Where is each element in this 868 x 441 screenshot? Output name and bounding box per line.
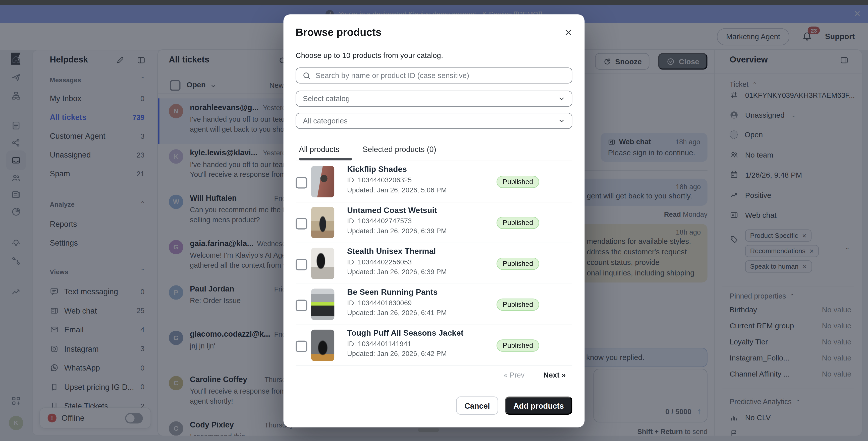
chevron-down-icon <box>558 95 565 102</box>
window-top-strip <box>0 0 868 5</box>
cancel-button[interactable]: Cancel <box>456 396 498 415</box>
product-checkbox[interactable] <box>296 341 307 352</box>
product-thumbnail <box>311 166 335 197</box>
product-checkbox[interactable] <box>296 218 307 229</box>
product-row[interactable]: Stealth Unisex Thermal ID: 1034440225605… <box>296 243 572 284</box>
add-products-button[interactable]: Add products <box>505 396 572 415</box>
published-badge: Published <box>497 339 539 351</box>
product-id: ID: 10344402747573 <box>347 217 412 225</box>
product-updated: Updated: Jan 26, 2026, 5:06 PM <box>347 186 447 194</box>
product-thumbnail <box>311 289 335 320</box>
product-row[interactable]: Tough Puff All Seasons Jacket ID: 103444… <box>296 325 572 366</box>
tab-all-products[interactable]: All products <box>299 145 339 154</box>
product-search-input[interactable] <box>314 68 569 82</box>
product-name: Stealth Unisex Thermal <box>347 246 436 256</box>
product-id: ID: 10344401830069 <box>347 299 412 307</box>
product-thumbnail <box>311 207 335 238</box>
product-updated: Updated: Jan 26, 2026, 6:39 PM <box>347 268 447 276</box>
product-name: Tough Puff All Seasons Jacket <box>347 328 464 337</box>
next-page-button[interactable]: Next » <box>543 371 566 379</box>
published-badge: Published <box>497 258 539 270</box>
modal-subtitle: Choose up to 10 products from your catal… <box>296 52 443 60</box>
category-select[interactable]: All categories <box>296 113 572 129</box>
published-badge: Published <box>497 176 539 188</box>
product-thumbnail <box>311 247 335 279</box>
product-thumbnail <box>311 330 335 361</box>
browse-products-modal: Browse products ✕ Choose up to 10 produc… <box>283 14 584 427</box>
chevron-down-icon <box>558 117 565 125</box>
product-id: ID: 10344402256053 <box>347 258 412 266</box>
product-updated: Updated: Jan 26, 2026, 6:41 PM <box>347 309 447 317</box>
published-badge: Published <box>497 299 539 311</box>
product-checkbox[interactable] <box>296 177 307 189</box>
product-row[interactable]: Untamed Coast Wetsuit ID: 10344402747573… <box>296 202 572 243</box>
search-icon <box>302 71 311 80</box>
catalog-select[interactable]: Select catalog <box>296 91 572 107</box>
product-name: Kickflip Shades <box>347 165 407 174</box>
window-drag-handle <box>418 428 439 432</box>
product-checkbox[interactable] <box>296 259 307 270</box>
product-id: ID: 10344401141941 <box>347 340 411 348</box>
product-updated: Updated: Jan 26, 2026, 6:42 PM <box>347 350 447 358</box>
published-badge: Published <box>497 217 539 229</box>
product-row[interactable]: Be Seen Running Pants ID: 10344401830069… <box>296 284 572 325</box>
product-search-field[interactable] <box>296 67 572 83</box>
tab-selected-products[interactable]: Selected products (0) <box>363 145 436 154</box>
product-updated: Updated: Jan 26, 2026, 6:39 PM <box>347 227 447 235</box>
product-list: Kickflip Shades ID: 10344403206325 Updat… <box>296 162 572 366</box>
product-name: Untamed Coast Wetsuit <box>347 206 437 214</box>
product-name: Be Seen Running Pants <box>347 287 438 296</box>
pagination: « Prev Next » <box>503 371 566 379</box>
product-id: ID: 10344403206325 <box>347 176 412 184</box>
product-checkbox[interactable] <box>296 300 307 311</box>
klaviyo-helpdesk-app: i You're in a designated Klaviyo demo ac… <box>0 0 868 441</box>
active-tab-underline <box>299 158 352 160</box>
product-row[interactable]: Kickflip Shades ID: 10344403206325 Updat… <box>296 162 572 202</box>
modal-close-icon[interactable]: ✕ <box>565 27 572 39</box>
modal-title: Browse products <box>296 27 381 39</box>
prev-page-button[interactable]: « Prev <box>503 371 524 379</box>
